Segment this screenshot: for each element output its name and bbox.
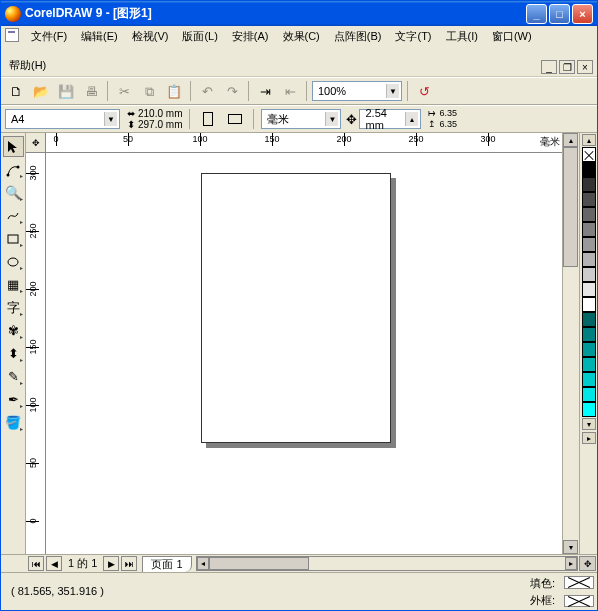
color-swatch[interactable] (582, 297, 596, 312)
corel-online-button[interactable]: ↺ (413, 80, 435, 102)
horizontal-scrollbar[interactable]: ◂ ▸ (196, 556, 578, 571)
page-tab[interactable]: 页面 1 (142, 556, 191, 572)
scroll-left-button[interactable]: ◂ (197, 557, 209, 570)
open-button[interactable]: 📂 (30, 80, 52, 102)
color-swatch[interactable] (582, 342, 596, 357)
menu-window[interactable]: 窗口(W) (488, 28, 536, 45)
prev-page-button[interactable]: ◀ (46, 556, 62, 571)
interactive-fill-tool[interactable]: ✾ (3, 320, 24, 341)
shape-tool[interactable] (3, 159, 24, 180)
paste-button[interactable]: 📋 (163, 80, 185, 102)
menu-edit[interactable]: 编辑(E) (77, 28, 122, 45)
import-button[interactable]: ⇥ (254, 80, 276, 102)
undo-button[interactable]: ↶ (196, 80, 218, 102)
menu-arrange[interactable]: 安排(A) (228, 28, 273, 45)
color-swatch[interactable] (582, 402, 596, 417)
paper-size-combo[interactable]: A4 ▼ (5, 109, 120, 129)
color-swatch[interactable] (582, 327, 596, 342)
save-button[interactable]: 💾 (55, 80, 77, 102)
menubar: 文件(F) 编辑(E) 检视(V) 版面(L) 安排(A) 效果(C) 点阵图(… (1, 26, 597, 77)
redo-button[interactable]: ↷ (221, 80, 243, 102)
pan-button[interactable]: ✥ (579, 556, 596, 571)
scroll-down-button[interactable]: ▾ (563, 540, 578, 554)
color-swatch[interactable] (582, 372, 596, 387)
mdi-minimize-button[interactable]: _ (541, 60, 557, 74)
menu-text[interactable]: 文字(T) (391, 28, 435, 45)
pick-tool[interactable] (3, 136, 24, 157)
landscape-button[interactable] (224, 108, 246, 130)
dropdown-icon[interactable]: ▼ (104, 112, 117, 126)
interactive-tool[interactable]: ⬍ (3, 343, 24, 364)
horizontal-ruler[interactable]: 毫米 050100150200250300 (46, 133, 562, 153)
zoom-tool[interactable]: 🔍 (3, 182, 24, 203)
palette-up-button[interactable]: ▴ (582, 134, 596, 146)
color-swatch[interactable] (582, 237, 596, 252)
page[interactable] (201, 173, 391, 443)
polygon-tool[interactable]: ▦ (3, 274, 24, 295)
maximize-button[interactable]: □ (549, 4, 570, 24)
outline-swatch[interactable] (564, 595, 594, 608)
mdi-restore-button[interactable]: ❐ (559, 60, 575, 74)
menu-tools[interactable]: 工具(I) (442, 28, 482, 45)
new-button[interactable]: 🗋 (5, 80, 27, 102)
print-button[interactable]: 🖶 (80, 80, 102, 102)
scroll-up-button[interactable]: ▴ (563, 133, 578, 147)
spinner-icon[interactable]: ▴ (405, 112, 418, 126)
color-swatch[interactable] (582, 222, 596, 237)
text-tool[interactable]: 字 (3, 297, 24, 318)
units-combo[interactable]: 毫米 ▼ (261, 109, 341, 129)
ellipse-tool[interactable] (3, 251, 24, 272)
scroll-right-button[interactable]: ▸ (565, 557, 577, 570)
menu-view[interactable]: 检视(V) (128, 28, 173, 45)
dup-x[interactable]: 6.35 (439, 108, 457, 119)
dropdown-icon[interactable]: ▼ (325, 112, 338, 126)
eyedropper-tool[interactable]: ✎ (3, 366, 24, 387)
rectangle-tool[interactable] (3, 228, 24, 249)
paper-width[interactable]: 210.0 mm (138, 108, 182, 119)
menu-bitmap[interactable]: 点阵图(B) (330, 28, 386, 45)
color-swatch[interactable] (582, 207, 596, 222)
nudge-input[interactable]: 2.54 mm ▴ (359, 109, 421, 129)
scroll-thumb[interactable] (563, 147, 578, 267)
ruler-origin[interactable]: ✥ (26, 133, 46, 153)
color-swatch[interactable] (582, 312, 596, 327)
portrait-button[interactable] (197, 108, 219, 130)
svg-point-3 (8, 258, 18, 266)
dup-y[interactable]: 6.35 (439, 119, 457, 130)
minimize-button[interactable]: _ (526, 4, 547, 24)
dropdown-icon[interactable]: ▼ (386, 84, 399, 98)
last-page-button[interactable]: ⏭ (121, 556, 137, 571)
outline-tool[interactable]: ✒ (3, 389, 24, 410)
close-button[interactable]: × (572, 4, 593, 24)
next-page-button[interactable]: ▶ (103, 556, 119, 571)
color-swatch[interactable] (582, 192, 596, 207)
menu-file[interactable]: 文件(F) (27, 28, 71, 45)
menu-help[interactable]: 帮助(H) (5, 57, 50, 74)
color-swatch[interactable] (582, 252, 596, 267)
color-swatch[interactable] (582, 387, 596, 402)
palette-down-button[interactable]: ▾ (582, 418, 596, 430)
vertical-scrollbar[interactable]: ▴ ▾ (562, 133, 579, 554)
scroll-thumb[interactable] (209, 557, 309, 570)
cut-button[interactable]: ✂ (113, 80, 135, 102)
no-color-swatch[interactable] (582, 147, 596, 162)
zoom-combo[interactable]: 100% ▼ (312, 81, 402, 101)
fill-swatch[interactable] (564, 576, 594, 589)
color-swatch[interactable] (582, 282, 596, 297)
canvas[interactable] (46, 153, 562, 554)
color-swatch[interactable] (582, 162, 596, 177)
menu-layout[interactable]: 版面(L) (178, 28, 221, 45)
palette-flyout-button[interactable]: ▸ (582, 432, 596, 444)
menu-effects[interactable]: 效果(C) (279, 28, 324, 45)
mdi-close-button[interactable]: × (577, 60, 593, 74)
color-swatch[interactable] (582, 177, 596, 192)
paper-height[interactable]: 297.0 mm (138, 119, 182, 130)
vertical-ruler[interactable]: 米 300250200150100500 (26, 153, 46, 554)
fill-tool[interactable]: 🪣 (3, 412, 24, 433)
copy-button[interactable]: ⧉ (138, 80, 160, 102)
export-button[interactable]: ⇤ (279, 80, 301, 102)
color-swatch[interactable] (582, 267, 596, 282)
color-swatch[interactable] (582, 357, 596, 372)
first-page-button[interactable]: ⏮ (28, 556, 44, 571)
freehand-tool[interactable] (3, 205, 24, 226)
